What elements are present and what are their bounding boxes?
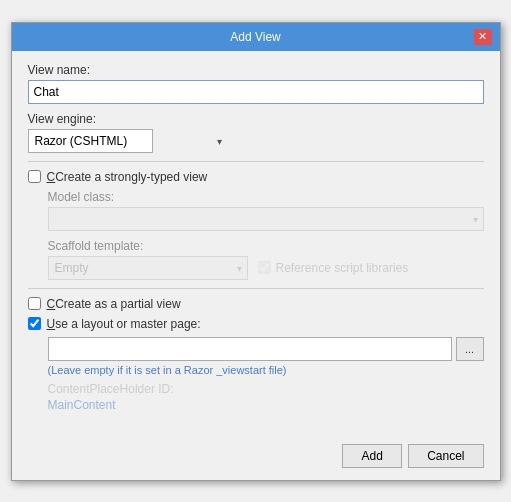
strongly-typed-checkbox[interactable] (28, 170, 41, 183)
scaffold-template-label: Scaffold template: (48, 239, 484, 253)
layout-input-row: ... (48, 337, 484, 361)
view-engine-select[interactable]: Razor (CSHTML) ASPX (28, 129, 153, 153)
model-class-group: Model class: Scaffold template: Empty (48, 190, 484, 280)
layout-input-group: ... (Leave empty if it is set in a Razor… (48, 337, 484, 412)
layout-hint: (Leave empty if it is set in a Razor _vi… (48, 364, 484, 376)
view-engine-group: View engine: Razor (CSHTML) ASPX (28, 112, 484, 153)
content-placeholder-label: ContentPlaceHolder ID: (48, 382, 484, 396)
browse-button[interactable]: ... (456, 337, 484, 361)
layout-row: Use a layout or master page: (28, 317, 484, 331)
scaffold-template-group: Scaffold template: Empty Reference scrip… (48, 239, 484, 280)
view-name-input[interactable] (28, 80, 484, 104)
model-class-label: Model class: (48, 190, 484, 204)
model-class-select-wrapper (48, 207, 484, 231)
reference-scripts-row: Reference script libraries (258, 261, 409, 275)
reference-scripts-checkbox (258, 261, 271, 274)
title-bar: Add View ✕ (12, 23, 500, 51)
dialog-footer: Add Cancel (12, 436, 500, 480)
content-placeholder-value: MainContent (48, 398, 484, 412)
use-layout-label[interactable]: Use a layout or master page: (47, 317, 201, 331)
add-view-dialog: Add View ✕ View name: View engine: Razor… (11, 22, 501, 481)
view-name-group: View name: (28, 63, 484, 104)
strongly-typed-label[interactable]: CCreate a strongly-typed view (47, 170, 208, 184)
partial-view-checkbox[interactable] (28, 297, 41, 310)
divider-2 (28, 288, 484, 289)
strongly-typed-row: CCreate a strongly-typed view (28, 170, 484, 184)
partial-view-row: CCreate as a partial view (28, 297, 484, 311)
close-button[interactable]: ✕ (474, 29, 492, 45)
scaffold-select-wrapper: Empty (48, 256, 248, 280)
content-placeholder-group: ContentPlaceHolder ID: MainContent (48, 382, 484, 412)
use-layout-checkbox[interactable] (28, 317, 41, 330)
layout-path-input[interactable] (48, 337, 452, 361)
reference-scripts-label: Reference script libraries (276, 261, 409, 275)
model-class-select (48, 207, 484, 231)
view-name-label: View name: (28, 63, 484, 77)
scaffold-row: Empty Reference script libraries (48, 256, 484, 280)
scaffold-template-select: Empty (48, 256, 248, 280)
add-button[interactable]: Add (342, 444, 402, 468)
partial-view-label[interactable]: CCreate as a partial view (47, 297, 181, 311)
dialog-body: View name: View engine: Razor (CSHTML) A… (12, 51, 500, 432)
model-class-form-group: Model class: (48, 190, 484, 231)
view-engine-label: View engine: (28, 112, 484, 126)
view-engine-select-wrapper: Razor (CSHTML) ASPX (28, 129, 228, 153)
cancel-button[interactable]: Cancel (408, 444, 483, 468)
divider-1 (28, 161, 484, 162)
dialog-title: Add View (38, 30, 474, 44)
